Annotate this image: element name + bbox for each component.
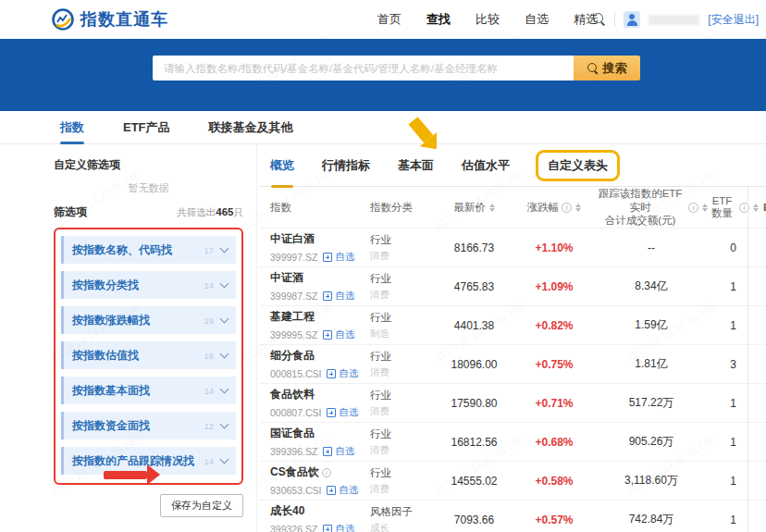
- index-code: 399396.SZ: [270, 446, 317, 457]
- index-name[interactable]: 成长40: [270, 503, 304, 519]
- add-to-watchlist-button[interactable]: 自选: [327, 484, 358, 497]
- table-row: 基建工程 399995.SZ 自选 行业 制造 4401.38 +0.82% 1…: [259, 305, 766, 344]
- index-cell: 国证食品 399396.SZ 自选: [270, 426, 370, 458]
- nav-item[interactable]: 比较: [476, 11, 500, 28]
- category-cell: 行业 制造: [370, 311, 435, 340]
- nav-item[interactable]: 查找: [426, 11, 451, 28]
- user-avatar-icon[interactable]: [624, 11, 640, 28]
- logo-chart-icon: [51, 7, 75, 31]
- view-tab[interactable]: 估值水平: [460, 154, 512, 178]
- info-icon[interactable]: i: [562, 203, 572, 213]
- etf-turnover: --: [595, 241, 708, 254]
- view-tab[interactable]: 行情指标: [320, 154, 372, 178]
- index-name[interactable]: 基建工程: [270, 309, 315, 325]
- etf-turnover: 742.84万: [595, 512, 708, 527]
- add-to-watchlist-button[interactable]: 自选: [327, 406, 358, 419]
- index-name[interactable]: 国证食品: [270, 426, 315, 441]
- category-tabs: 指数ETF产品联接基金及其他: [0, 111, 766, 144]
- index-name[interactable]: 食品饮料: [270, 387, 315, 402]
- plus-icon: [323, 525, 332, 532]
- filter-label: 按指数估值找: [72, 348, 139, 364]
- index-cell: 细分食品 000815.CSI 自选: [270, 348, 370, 380]
- table-body: 中证白酒 399997.SZ 自选 行业 消费 8166.73 +1.10% -…: [259, 228, 766, 532]
- sort-icon[interactable]: [575, 204, 581, 212]
- table-row: 国证食品 399396.SZ 自选 行业 消费 16812.56 +0.68% …: [259, 422, 766, 461]
- filter-count: 14: [204, 456, 214, 466]
- index-name[interactable]: 细分食品: [270, 348, 315, 364]
- filter-accordion-item[interactable]: 按指数分类找 14: [61, 271, 236, 299]
- view-tab[interactable]: 基本面: [396, 154, 436, 178]
- add-to-watchlist-button[interactable]: 自选: [327, 367, 358, 380]
- category-tab[interactable]: 指数: [60, 111, 84, 144]
- index-code: 399987.SZ: [270, 291, 317, 302]
- filter-accordion-item[interactable]: 按指数名称、代码找 17: [61, 236, 236, 264]
- chevron-down-icon: [220, 455, 229, 464]
- index-code: 399326.SZ: [270, 524, 317, 532]
- latest-price: 4401.38: [435, 319, 513, 332]
- index-cell: 基建工程 399995.SZ 自选: [270, 309, 370, 341]
- add-to-watchlist-button[interactable]: 自选: [323, 523, 354, 532]
- plus-icon: [323, 291, 332, 301]
- latest-price: 16812.56: [435, 436, 513, 449]
- category-cell: 风格因子 成长: [370, 505, 435, 532]
- etf-turnover: 1.59亿: [595, 317, 708, 333]
- category-cell: 行业 消费: [370, 233, 435, 263]
- filter-label: 按指数分类找: [72, 278, 139, 293]
- etf-count: 1: [708, 513, 759, 526]
- add-to-watchlist-button[interactable]: 自选: [323, 290, 354, 303]
- filter-annotation-box: 按指数名称、代码找 17 按指数分类找 14 按指数涨跌幅找 19 按指数估值找…: [54, 228, 243, 485]
- etf-count: 1: [708, 319, 759, 332]
- add-to-watchlist-button[interactable]: 自选: [323, 445, 354, 458]
- change-percent: +1.09%: [513, 280, 595, 293]
- col-price[interactable]: 最新价: [435, 201, 513, 215]
- table-row: 食品饮料 000807.CSI 自选 行业 消费 17590.80 +0.71%…: [259, 383, 766, 422]
- change-percent: +0.75%: [513, 358, 595, 371]
- col-turnover[interactable]: 跟踪该指数的ETF实时 合计成交额(元) i: [595, 187, 708, 227]
- nav-item[interactable]: 首页: [377, 11, 402, 28]
- category-cell: 行业 消费: [370, 466, 435, 496]
- info-icon[interactable]: i: [688, 203, 698, 213]
- sort-icon[interactable]: [753, 204, 759, 212]
- logout-link[interactable]: [安全退出]: [708, 12, 759, 28]
- category-tab[interactable]: ETF产品: [123, 111, 170, 144]
- add-to-watchlist-button[interactable]: 自选: [323, 251, 354, 264]
- filter-count: 14: [204, 280, 214, 291]
- index-name[interactable]: CS食品饮: [270, 464, 319, 480]
- save-row: 保存为自定义: [54, 494, 243, 517]
- category-cell: 行业 消费: [370, 427, 435, 457]
- col-etf-count[interactable]: ETF数量 i: [708, 195, 759, 220]
- change-percent: +0.68%: [513, 436, 595, 449]
- index-name[interactable]: 中证白酒: [270, 231, 315, 247]
- latest-price: 8166.73: [435, 241, 513, 254]
- index-cell: CS食品饮 i 930653.CSI 自选: [270, 464, 370, 497]
- table-row: 中证酒 399987.SZ 自选 行业 消费 4765.83 +1.09% 8.…: [259, 266, 766, 305]
- category-cell: 行业 消费: [370, 350, 435, 379]
- page: 11:20:28 14.20.78.14611:20:28 14.20.78.1…: [0, 0, 766, 532]
- category-tab[interactable]: 联接基金及其他: [209, 111, 293, 144]
- filter-accordion-item[interactable]: 按指数基本面找 14: [61, 377, 236, 404]
- filter-accordion-item[interactable]: 按指数涨跌幅找 19: [61, 306, 236, 334]
- col-change[interactable]: 涨跌幅 i: [513, 201, 595, 215]
- banner-search-group: 搜索: [153, 56, 640, 80]
- search-button[interactable]: 搜索: [574, 56, 640, 80]
- plus-icon: [323, 330, 332, 340]
- nav-item[interactable]: 自选: [525, 11, 549, 28]
- latest-price: 18096.00: [435, 358, 513, 371]
- index-search-input[interactable]: [153, 56, 574, 80]
- filter-accordion-item[interactable]: 按指数资金面找 12: [61, 412, 236, 439]
- view-tab[interactable]: 概览: [268, 154, 296, 178]
- latest-price: 4765.83: [435, 280, 513, 293]
- save-as-custom-button[interactable]: 保存为自定义: [160, 494, 243, 517]
- add-to-watchlist-button[interactable]: 自选: [323, 328, 354, 341]
- top-header: 指数直通车 首页查找比较自选精选 [安全退出]: [0, 0, 766, 39]
- logo[interactable]: 指数直通车: [51, 7, 168, 31]
- filter-count: 19: [204, 315, 214, 326]
- sort-icon[interactable]: [489, 204, 495, 212]
- index-cell: 食品饮料 000807.CSI 自选: [270, 387, 370, 419]
- index-name[interactable]: 中证酒: [270, 270, 303, 286]
- filter-accordion-item[interactable]: 按指数估值找 16: [61, 341, 236, 369]
- view-tab[interactable]: 自定义表头: [536, 150, 620, 181]
- etf-count: 1: [708, 280, 759, 293]
- search-icon[interactable]: [593, 13, 606, 26]
- col-category: 指数分类: [370, 201, 435, 215]
